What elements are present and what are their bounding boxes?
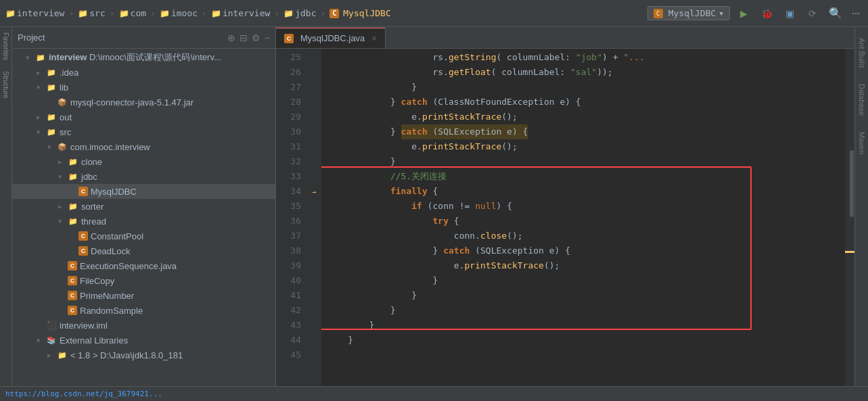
close-panel-button[interactable]: − — [265, 32, 270, 43]
debug-button[interactable]: 🐞 — [757, 4, 776, 23]
jar-icon: 📦 — [57, 97, 68, 108]
code-line-42: } — [327, 303, 845, 318]
jdk-folder-icon: 📁 — [57, 350, 68, 360]
profile-button[interactable]: ⟳ — [803, 4, 822, 23]
tree-item-randomsample[interactable]: C RandomSample — [12, 303, 275, 318]
top-bar: 📁 interview › 📁 src › 📁 com › 📁 imooc › … — [0, 0, 868, 27]
rs-class-icon: C — [68, 306, 77, 315]
gutter-line — [306, 214, 321, 229]
bookmark-line: → — [306, 184, 321, 199]
code-line-40: } — [327, 273, 845, 288]
project-panel: Project ⊕ ⊟ ⚙ − 📁 interview D:\imooc\面试课… — [12, 27, 276, 386]
gutter-line — [306, 65, 321, 80]
favorites-tab[interactable]: Favorites — [1, 30, 11, 63]
ext-lib-label: External Libraries — [60, 335, 128, 346]
code-line-44: } — [327, 333, 845, 348]
project-title: Project — [18, 32, 222, 43]
project-header: Project ⊕ ⊟ ⚙ − — [12, 27, 275, 49]
search-button[interactable]: 🔍 — [826, 4, 845, 22]
dl-class-icon: C — [78, 246, 88, 256]
collapse-button[interactable]: ⊟ — [239, 32, 248, 43]
tree-item-primenumber[interactable]: C PrimeNumber — [12, 288, 275, 303]
tree-item-clone[interactable]: 📁 clone — [12, 154, 275, 169]
tree-item-constantpool[interactable]: C ConstantPool — [12, 229, 275, 243]
code-line-27: } — [327, 80, 845, 95]
breadcrumb-interview2[interactable]: 📁 interview — [211, 8, 270, 18]
lib-arrow — [37, 83, 46, 92]
tree-item-jdk[interactable]: 📁 < 1.8 > D:\Java\jdk1.8.0_181 — [12, 348, 275, 362]
tree-item-lib[interactable]: 📁 lib — [12, 80, 275, 95]
tree-item-iml[interactable]: ⬛ interview.iml — [12, 318, 275, 333]
mysqljdbc-label: MysqlJDBC — [91, 187, 137, 197]
src-arrow — [37, 128, 46, 137]
settings-button[interactable]: ⚙ — [252, 32, 260, 43]
tab-close[interactable]: × — [371, 33, 377, 43]
tree-item-com-package[interactable]: 📦 com.imooc.interview — [12, 139, 275, 154]
breadcrumb-jdbc[interactable]: 📁 jdbc — [283, 8, 316, 18]
thread-folder-icon: 📁 — [68, 216, 78, 227]
gutter-line — [306, 199, 321, 214]
out-label: out — [60, 112, 72, 122]
com-arrow — [47, 143, 57, 151]
tree-item-deadlock[interactable]: C DeadLock — [12, 243, 275, 258]
tree-item-sorter[interactable]: 📁 sorter — [12, 199, 275, 214]
tree-item-mysql-jar[interactable]: 📦 mysql-connector-java-5.1.47.jar — [12, 95, 275, 110]
fc-class-icon: C — [68, 276, 77, 285]
jdbc-folder-icon: 📁 — [68, 171, 78, 182]
sep4: › — [202, 8, 207, 18]
thread-label: thread — [81, 216, 106, 227]
code-line-26: rs.getFloat( columnLabel: "sal")); — [327, 65, 845, 80]
tree-item-execution[interactable]: C ExecutionSequence.java — [12, 258, 275, 273]
tree-item-mysqljdbc[interactable]: C MysqlJDBC — [12, 184, 275, 199]
scroll-bar[interactable] — [845, 49, 854, 386]
tree-item-idea[interactable]: 📁 .idea — [12, 65, 275, 80]
gutter-line — [306, 169, 321, 184]
breadcrumb-src[interactable]: 📁 src — [78, 8, 105, 18]
folder-icon: 📁 — [211, 9, 221, 18]
lib-folder-icon: 📁 — [46, 82, 57, 93]
tree-item-src[interactable]: 📁 src — [12, 124, 275, 139]
tree-item-jdbc[interactable]: 📁 jdbc — [12, 169, 275, 184]
folder-icon: 📁 — [160, 9, 170, 18]
breadcrumb-mysqljdbc[interactable]: C MysqlJDBC — [329, 8, 390, 18]
config-icon: C — [654, 9, 663, 18]
gutter: → — [306, 49, 321, 386]
structure-tab[interactable]: Structure — [1, 68, 11, 101]
project-icons: ⊕ ⊟ ⚙ − — [227, 32, 270, 43]
tree-item-ext-lib[interactable]: 📚 External Libraries — [12, 333, 275, 348]
code-container: 25 26 27 28 29 30 31 32 33 34 35 36 37 3… — [276, 49, 854, 386]
code-editor[interactable]: rs.getString( columnLabel: "job") + "...… — [321, 49, 845, 386]
folder-icon: 📁 — [119, 9, 129, 18]
maven-tab2[interactable]: Maven — [856, 126, 867, 160]
breadcrumb-interview[interactable]: 📁 interview — [5, 8, 64, 18]
tree-item-filecopy[interactable]: C FileCopy — [12, 273, 275, 288]
database-tab[interactable]: Database — [856, 78, 867, 121]
tree-root[interactable]: 📁 interview D:\imooc\面试课程\源代码\interv... — [12, 50, 275, 65]
run-config-selector[interactable]: C MysqlJDBC ▾ — [647, 6, 730, 20]
folder-icon: 📁 — [283, 9, 294, 18]
sync-button[interactable]: ⊕ — [227, 32, 235, 43]
code-line-39: e.printStackTrace(); — [327, 258, 845, 273]
run-controls: C MysqlJDBC ▾ ▶ 🐞 ▣ ⟳ 🔍 ⋯ — [647, 4, 863, 23]
coverage-button[interactable]: ▣ — [780, 4, 799, 23]
tree-item-thread[interactable]: 📁 thread — [12, 214, 275, 229]
sep3: › — [150, 8, 156, 18]
jdk-arrow — [47, 351, 57, 360]
gutter-line — [306, 288, 321, 303]
code-line-29: e.printStackTrace(); — [327, 110, 845, 124]
more-button[interactable]: ⋯ — [849, 6, 863, 21]
tab-mysqljdbc[interactable]: C MysqlJDBC.java × — [276, 28, 386, 48]
maven-tab[interactable]: Ant Build — [856, 32, 867, 73]
sep2: › — [110, 8, 115, 18]
gutter-line — [306, 333, 321, 348]
dl-label: DeadLock — [91, 246, 131, 256]
breadcrumb-com[interactable]: 📁 com — [119, 8, 146, 18]
package-icon: 📦 — [57, 141, 68, 152]
tree-item-out[interactable]: 📁 out — [12, 110, 275, 124]
breadcrumb-imooc[interactable]: 📁 imooc — [160, 8, 198, 18]
run-button[interactable]: ▶ — [734, 4, 753, 23]
pn-class-icon: C — [68, 291, 77, 300]
es-class-icon: C — [68, 261, 77, 270]
root-folder-icon: 📁 — [35, 52, 46, 63]
code-line-45 — [327, 348, 845, 362]
